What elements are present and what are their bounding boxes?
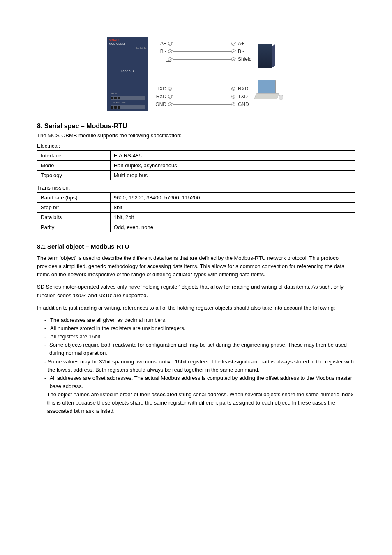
list-item: -All numbers stored in the registers are…: [44, 324, 355, 333]
table-row: Mode Half-duplex, asynchronous: [37, 161, 355, 171]
table-row: Interface EIA RS-485: [37, 151, 355, 161]
terminal-circle-icon: [231, 42, 235, 46]
wire-shield: Shield: [153, 56, 255, 62]
wiring-figure: SIMATIC MCS-OBMB Pwr Lnk Err Modbus A+ D…: [37, 37, 355, 111]
mouse-icon: [279, 95, 283, 100]
table-cell: Half-duplex, asynchronous: [110, 161, 355, 171]
table-cell: Mode: [37, 161, 111, 171]
table-cell: 1bit, 2bit: [110, 213, 355, 222]
pin-number-icon: ③: [231, 95, 235, 99]
notice-list: -The addresses are all given as decimal …: [44, 316, 355, 416]
list-item: -All registers are 16bit.: [44, 333, 355, 341]
terminal-circle-icon: [168, 57, 172, 61]
table-cell: Interface: [37, 151, 111, 161]
table-row: Data bits 1bit, 2bit: [37, 213, 355, 222]
table-row: Topology Multi-drop bus: [37, 171, 355, 180]
table-cell: Stop bit: [37, 203, 111, 213]
wire-b-minus: B - B -: [153, 48, 255, 55]
terminal-circle-icon: [168, 49, 172, 53]
list-item: -Some values may be 32bit spanning two c…: [44, 358, 355, 374]
module-terminal-labels-2: TXD RXD GND: [108, 101, 148, 104]
plc-icon: [258, 44, 272, 68]
table-cell: Parity: [37, 222, 111, 232]
wire-gnd: GND ⑤ GND: [153, 101, 255, 108]
electrical-table: Interface EIA RS-485 Mode Half-duplex, a…: [37, 150, 355, 180]
table-cell: Baud rate (bps): [37, 193, 111, 203]
table-cell: 8bit: [110, 203, 355, 213]
wire-rxd: RXD ③ TXD: [153, 93, 255, 100]
laptop-icon: [258, 80, 282, 104]
terminal-circle-icon: [168, 42, 172, 46]
electrical-heading: Electrical:: [37, 143, 355, 149]
table-row: Parity Odd, even, none: [37, 222, 355, 232]
wiring-bottom-group: TXD ② RXD RXD ③ TXD: [153, 86, 255, 108]
module-brand: SIMATIC: [109, 39, 147, 42]
module-leds: Pwr Lnk Err: [109, 47, 147, 49]
table-cell: Data bits: [37, 213, 111, 222]
table-cell: Odd, even, none: [110, 222, 355, 232]
terminal-circle-icon: [231, 57, 235, 61]
section-8-title: 8. Serial spec – Modbus-RTU: [37, 123, 355, 130]
list-item: -The object names are listed in order of…: [44, 391, 355, 415]
terminal-circle-icon: [231, 49, 235, 53]
para-holding-register: SD Series motor-operated valves only hav…: [37, 283, 355, 299]
section-8-lead: The MCS-OBMB module supports the followi…: [37, 132, 355, 139]
transmission-table: Baud rate (bps) 9600, 19200, 38400, 5760…: [37, 192, 355, 232]
transmission-heading: Transmission:: [37, 185, 355, 191]
wire-txd: TXD ② RXD: [153, 86, 255, 92]
wire-a-plus: A+ A+: [153, 40, 255, 47]
pin-number-icon: ⑤: [231, 102, 235, 106]
module-terminal-labels: A+ D- ⏚: [108, 92, 148, 95]
para-object-intro: The term 'object' is used to describe th…: [37, 254, 355, 279]
table-cell: 9600, 19200, 38400, 57600, 115200: [110, 193, 355, 203]
table-row: Stop bit 8bit: [37, 203, 355, 213]
list-item: -The addresses are all given as decimal …: [44, 316, 355, 324]
module-box: SIMATIC MCS-OBMB Pwr Lnk Err Modbus A+ D…: [107, 37, 148, 111]
para-notice-intro: In addition to just reading or writing, …: [37, 304, 355, 312]
module-model: MCS-OBMB: [109, 42, 147, 45]
list-item: -Some objects require both read/write fo…: [44, 341, 355, 357]
section-8-1-title: 8.1 Serial object – Modbus-RTU: [37, 243, 355, 250]
table-cell: EIA RS-485: [110, 151, 355, 161]
terminal-circle-icon: [168, 95, 172, 99]
table-cell: Topology: [37, 171, 111, 180]
table-cell: Multi-drop bus: [110, 171, 355, 180]
module-protocol-label: Modbus: [107, 51, 148, 91]
list-item: -All addresses are offset addresses. The…: [44, 374, 355, 391]
wiring-top-group: A+ A+ B - B -: [153, 40, 255, 62]
pin-number-icon: ②: [231, 87, 235, 91]
module-terminals: A+ D- ⏚ TXD RXD GND: [107, 91, 148, 111]
terminal-circle-icon: [168, 87, 172, 91]
terminal-circle-icon: [168, 102, 172, 106]
table-row: Baud rate (bps) 9600, 19200, 38400, 5760…: [37, 193, 355, 203]
